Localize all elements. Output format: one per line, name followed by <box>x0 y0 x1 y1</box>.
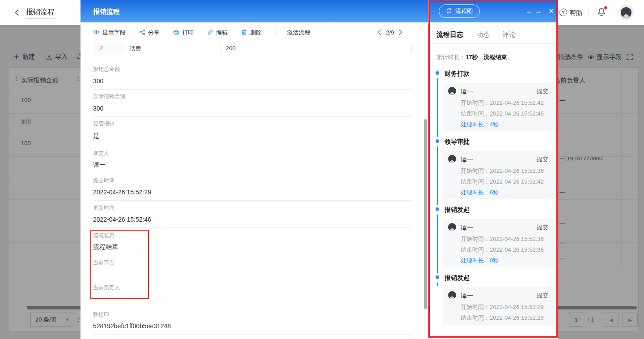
field-value: 谭一 <box>93 161 106 168</box>
user-avatar <box>448 291 456 299</box>
user-avatar <box>448 87 456 95</box>
timeline-connector <box>437 146 438 205</box>
timeline-dot <box>436 207 439 211</box>
field-value: 300 <box>93 77 103 85</box>
field-label: 实际报销金额 <box>93 94 125 100</box>
field-value: 528192befc1ff00b5ee31248 <box>93 322 171 330</box>
user-avatar <box>448 155 456 163</box>
timeline-dot <box>436 71 439 75</box>
share-button[interactable]: 分享 <box>139 29 160 37</box>
timeline-duration: 处理时长：4秒 <box>461 121 499 128</box>
field-label: 当前节点 <box>93 260 114 266</box>
timeline-start: 开始时间：2022-04-26 15:52:36 <box>461 236 544 243</box>
topbar-divider <box>589 8 589 16</box>
field-value: 2022-04-26 15:52:29 <box>93 189 151 196</box>
timeline-dot <box>436 275 439 279</box>
field-value: 2022-04-26 15:52:46 <box>93 216 151 223</box>
flow-chart-button[interactable]: 流程图 <box>439 4 480 18</box>
timeline-node-title: 财务打款 <box>445 70 470 77</box>
close-icon[interactable]: ✕ <box>548 7 554 16</box>
field-value: 是 <box>93 132 99 139</box>
timeline-action: 提交 <box>537 156 548 163</box>
field-label: 是否报销 <box>93 121 114 127</box>
timeline-card: 谭一 提交 开始时间：2022-04-26 15:52:29 结束时间：2022… <box>443 287 554 326</box>
flow-log-panel: 流程图 ← → ✕ 流程日志 动态 评论 累计时长：17秒，流程结束 财务打款 … <box>428 0 558 339</box>
trash-icon <box>241 29 247 37</box>
print-button[interactable]: 打印 <box>173 29 194 37</box>
timeline-duration: 处理时长：0秒 <box>461 257 499 264</box>
tab-flow-log[interactable]: 流程日志 <box>436 30 463 38</box>
share-icon <box>139 29 145 37</box>
record-pager: 2/9 <box>377 22 403 43</box>
nav-prev-icon[interactable]: ← <box>526 7 533 16</box>
timeline-node-title: 领导审批 <box>445 138 470 145</box>
flow-summary: 累计时长：17秒，流程结束 <box>436 54 507 61</box>
timeline-user: 谭一 <box>461 224 473 231</box>
flow-chart-icon <box>446 8 452 15</box>
timeline-action: 提交 <box>537 224 548 231</box>
field-label: 提交时间 <box>93 178 114 184</box>
vertical-scrollbar[interactable] <box>424 119 427 309</box>
tab-activity[interactable]: 动态 <box>476 30 490 38</box>
tab-comments[interactable]: 评论 <box>502 30 516 38</box>
user-avatar <box>448 223 456 231</box>
delete-button[interactable]: 删除 <box>241 29 262 37</box>
timeline-connector <box>437 78 438 137</box>
drawer-title: 报销流程 <box>93 8 120 15</box>
timeline-end: 结束时间：2022-04-26 15:52:46 <box>461 111 544 117</box>
timeline-user: 谭一 <box>461 292 473 299</box>
notification-badge <box>604 6 607 9</box>
notification-bell-icon[interactable] <box>597 7 606 17</box>
detail-subtable-row[interactable]: 2 话费 200 <box>94 43 412 54</box>
printer-icon <box>173 29 179 37</box>
subtable-index-cell: 2 <box>94 43 124 54</box>
timeline-action: 提交 <box>537 88 548 95</box>
drawer-header <box>80 0 428 22</box>
timeline-start: 开始时间：2022-04-26 15:52:42 <box>461 100 544 107</box>
timeline-start: 开始时间：2022-04-26 15:52:36 <box>461 168 544 175</box>
timeline-action: 提交 <box>537 292 548 299</box>
timeline-card: 谭一 提交 开始时间：2022-04-26 15:52:36 结束时间：2022… <box>443 219 554 267</box>
activate-workflow-button[interactable]: 激活流程 <box>287 29 310 37</box>
nav-next-icon[interactable]: → <box>535 7 542 16</box>
field-label: 当前负责人 <box>93 285 120 291</box>
pencil-icon <box>207 29 213 37</box>
timeline-end: 结束时间：2022-04-26 15:52:42 <box>461 179 544 185</box>
help-label[interactable]: 帮助 <box>570 9 582 17</box>
field-value: 流程结束 <box>93 243 118 250</box>
user-avatar[interactable] <box>619 5 634 20</box>
timeline-node-title: 报销发起 <box>445 206 470 213</box>
timeline-end: 结束时间：2022-04-26 15:52:36 <box>461 247 544 253</box>
timeline-duration: 处理时长：6秒 <box>461 189 499 196</box>
timeline-node-title: 报销发起 <box>445 274 470 281</box>
field-value: 300 <box>93 105 103 112</box>
record-detail-drawer: 报销流程 显示字段 分享 打印 编辑 删除 <box>80 0 428 339</box>
timeline-dot <box>436 139 439 143</box>
help-icon[interactable]: ? <box>559 9 567 16</box>
field-label: 数据ID <box>93 312 109 318</box>
app-root: 报销流程 ? 帮助 新建 导入 筛选条件 显示字段 <box>0 0 644 339</box>
field-label: 更新时间 <box>93 205 114 211</box>
edit-button[interactable]: 编辑 <box>207 29 228 37</box>
timeline-card: 谭一 提交 开始时间：2022-04-26 15:52:36 结束时间：2022… <box>443 151 554 199</box>
back-icon[interactable] <box>13 9 21 18</box>
timeline-connector <box>437 215 438 273</box>
subtable-amount-cell: 200 <box>220 43 316 54</box>
next-record-button[interactable] <box>398 29 403 37</box>
prev-record-button[interactable] <box>377 29 381 37</box>
timeline-end: 结束时间：2022-04-26 15:52:29 <box>461 315 544 322</box>
subtable-extra-cell <box>316 43 411 54</box>
toolbar-separator <box>275 29 275 36</box>
subtable-name-cell: 话费 <box>124 43 220 54</box>
timeline-card: 谭一 提交 开始时间：2022-04-26 15:52:42 结束时间：2022… <box>443 83 554 131</box>
field-label: 报销总金额 <box>93 66 120 73</box>
timeline-user: 谭一 <box>461 156 473 163</box>
show-fields-button[interactable]: 显示字段 <box>93 29 126 37</box>
record-pager-label: 2/9 <box>386 30 394 36</box>
timeline-connector <box>437 283 438 286</box>
field-label: 流程状态 <box>93 233 114 239</box>
timeline-start: 开始时间：2022-04-26 15:52:29 <box>461 304 544 311</box>
field-label: 提交人 <box>93 150 109 157</box>
page-title: 报销流程 <box>26 8 55 19</box>
timeline-user: 谭一 <box>461 88 473 95</box>
